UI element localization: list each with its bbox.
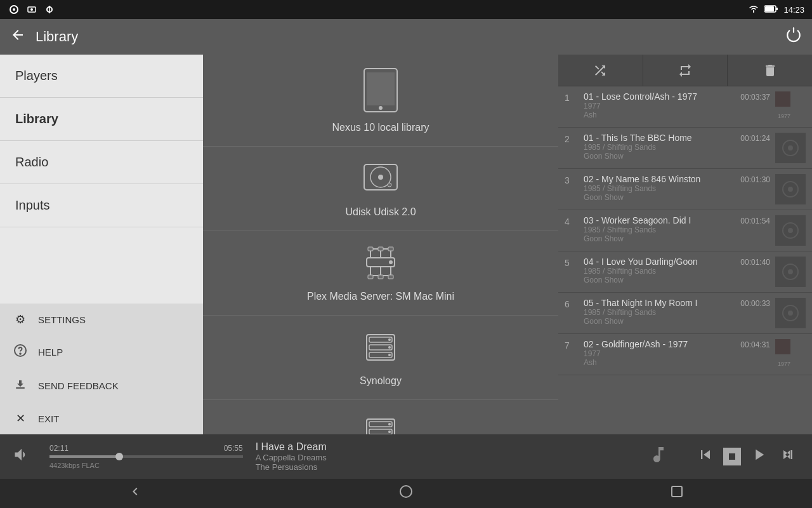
svg-point-47: [388, 431, 391, 433]
track-thumbnail: 1977: [775, 91, 806, 122]
home-nav-button[interactable]: [398, 484, 414, 503]
svg-point-17: [378, 175, 383, 180]
exit-button[interactable]: ✕ EXIT: [0, 403, 203, 434]
svg-point-14: [379, 106, 383, 110]
svg-rect-27: [388, 247, 393, 251]
nas-icon: [362, 328, 400, 369]
album-art-placeholder: [648, 444, 681, 469]
recent-nav-button[interactable]: [669, 484, 684, 503]
track-row[interactable]: 6 05 - That Night In My Room I 1985 / Sh…: [558, 293, 812, 334]
svg-rect-73: [729, 453, 735, 460]
svg-point-69: [788, 311, 793, 316]
sidebar-item-library[interactable]: Library: [0, 98, 203, 141]
svg-rect-8: [776, 8, 778, 10]
track-row[interactable]: 4 03 - Worker Seagoon. Did I 1985 / Shif…: [558, 210, 812, 251]
svg-point-10: [20, 353, 21, 354]
player-bar: 02:11 05:55 4423kbps FLAC I Have a Dream…: [0, 434, 812, 479]
power-button[interactable]: [785, 27, 802, 47]
source-item-synology[interactable]: Synology: [203, 316, 558, 400]
svg-point-41: [388, 354, 391, 356]
svg-rect-25: [368, 247, 373, 251]
feedback-button[interactable]: SEND FEEDBACK: [0, 369, 203, 403]
battery-icon: [764, 5, 778, 15]
svg-rect-33: [378, 275, 383, 279]
sidebar: Players Library Radio Inputs ⚙ SETTINGS: [0, 55, 203, 434]
track-thumbnail: 1977: [775, 339, 806, 370]
playlist-panel: 1 01 - Lose Control/Ash - 1977 1977 Ash …: [558, 55, 812, 434]
svg-rect-74: [791, 450, 792, 459]
svg-point-1: [13, 8, 15, 11]
track-thumbnail: [775, 298, 806, 328]
prev-button[interactable]: [694, 443, 717, 470]
status-time: 14:23: [783, 5, 804, 15]
repeat-button[interactable]: [643, 55, 728, 86]
svg-rect-76: [672, 486, 682, 497]
svg-rect-32: [368, 275, 373, 279]
sidebar-item-radio[interactable]: Radio: [0, 141, 203, 184]
source-item-nexus10[interactable]: Nexus 10 local library: [203, 55, 558, 147]
svg-text:1977: 1977: [778, 113, 790, 119]
app-icon-1: [8, 3, 20, 16]
bottom-nav: [0, 479, 812, 508]
svg-rect-11: [16, 387, 25, 389]
page-title: Library: [36, 29, 785, 45]
gear-icon: ⚙: [13, 312, 28, 326]
sidebar-item-players[interactable]: Players: [0, 55, 203, 98]
sidebar-nav: Players Library Radio Inputs: [0, 55, 203, 304]
source-label-synology: Synology: [360, 375, 402, 387]
svg-point-66: [788, 269, 793, 274]
now-playing-title: I Have a Dream: [256, 441, 642, 453]
tablet-icon: [362, 67, 400, 116]
now-playing-artist: The Persuasions: [256, 462, 642, 472]
svg-point-75: [400, 486, 412, 497]
track-row[interactable]: 7 02 - Goldfinger/Ash - 1977 1977 Ash 00…: [558, 334, 812, 375]
svg-rect-53: [775, 91, 790, 107]
settings-button[interactable]: ⚙ SETTINGS: [0, 304, 203, 335]
main-content: Players Library Radio Inputs ⚙ SETTINGS: [0, 55, 812, 434]
svg-point-18: [388, 183, 391, 187]
source-item-udisk[interactable]: Udisk Udisk 2.0: [203, 147, 558, 231]
hdd-icon: [362, 159, 400, 200]
delete-playlist-button[interactable]: [728, 55, 812, 86]
svg-point-57: [788, 145, 793, 150]
svg-rect-34: [388, 275, 393, 279]
svg-point-3: [30, 8, 33, 11]
sidebar-item-inputs[interactable]: Inputs: [0, 184, 203, 227]
svg-rect-13: [367, 72, 395, 105]
nas-icon-2: [362, 413, 400, 434]
track-thumbnail: [775, 215, 806, 246]
volume-button[interactable]: [0, 446, 43, 467]
help-button[interactable]: HELP: [0, 335, 203, 369]
playlist-toolbar: [558, 55, 812, 86]
track-row[interactable]: 5 04 - I Love You Darling/Goon 1985 / Sh…: [558, 251, 812, 293]
stop-button[interactable]: [723, 448, 741, 465]
help-icon: [13, 344, 28, 360]
current-time: 02:11: [49, 444, 69, 453]
svg-rect-26: [378, 247, 383, 251]
back-button[interactable]: [10, 27, 25, 46]
svg-point-46: [388, 423, 391, 425]
track-row[interactable]: 1 01 - Lose Control/Ash - 1977 1977 Ash …: [558, 86, 812, 128]
total-time: 05:55: [224, 444, 243, 453]
source-label-udisk: Udisk Udisk 2.0: [345, 206, 416, 218]
source-label-plex: Plex Media Server: SM Mac Mini: [307, 291, 454, 302]
network-server-icon: [362, 244, 400, 284]
player-info: I Have a Dream A Cappella Dreams The Per…: [249, 441, 648, 472]
svg-point-39: [388, 338, 391, 341]
source-item-plex[interactable]: Plex Media Server: SM Mac Mini: [203, 231, 558, 316]
track-row[interactable]: 3 02 - My Name Is 846 Winston 1985 / Shi…: [558, 169, 812, 210]
shuffle-button[interactable]: [558, 55, 643, 86]
progress-bar[interactable]: [49, 455, 243, 458]
svg-rect-71: [775, 339, 790, 354]
svg-point-20: [389, 260, 393, 264]
play-button[interactable]: [747, 443, 770, 470]
back-nav-button[interactable]: [128, 484, 143, 503]
app-icon-2: [25, 3, 38, 16]
svg-rect-7: [765, 6, 774, 11]
track-row[interactable]: 2 01 - This Is The BBC Home 1985 / Shift…: [558, 128, 812, 169]
track-thumbnail: [775, 133, 806, 163]
source-item-mybookmarketing[interactable]: MyBookMarketing-Twonky: [203, 400, 558, 434]
svg-point-63: [788, 228, 793, 233]
next-button[interactable]: [776, 443, 799, 470]
source-browser[interactable]: Nexus 10 local library Udisk Udisk 2.0: [203, 55, 558, 434]
